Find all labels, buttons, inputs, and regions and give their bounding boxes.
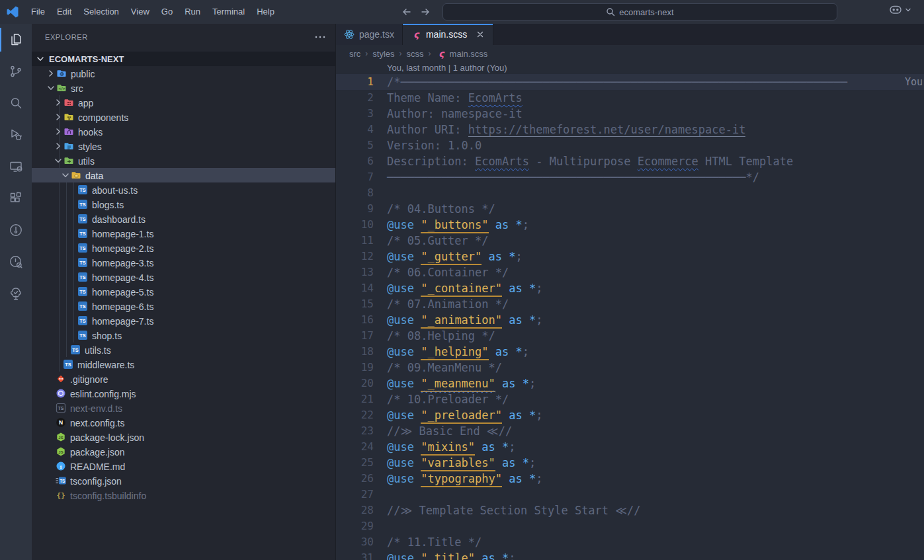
code-line-4[interactable]: 4Author URI: https://themeforest.net/use… <box>336 122 924 138</box>
codelens-annotation[interactable]: You, last month | 1 author (You) <box>336 62 924 74</box>
code-line-5[interactable]: 5Version: 1.0.0 <box>336 138 924 153</box>
tree-folder-utils[interactable]: utils <box>32 153 335 168</box>
more-actions-icon[interactable] <box>314 34 326 40</box>
code-line-19[interactable]: 19/* 09.MeanMenu */ <box>336 360 924 376</box>
tree-file-homepage-7.ts[interactable]: TShomepage-7.ts <box>32 313 335 328</box>
menu-view[interactable]: View <box>125 0 155 24</box>
activity-source-control[interactable] <box>0 56 32 87</box>
code-line-2[interactable]: 2Theme Name: EcomArts <box>336 90 924 106</box>
tree-file-homepage-2.ts[interactable]: TShomepage-2.ts <box>32 241 335 255</box>
tree-file-about-us.ts[interactable]: TSabout-us.ts <box>32 182 335 197</box>
code-line-22[interactable]: 22@use "_preloader" as *; <box>336 407 924 423</box>
tree-file-homepage-5.ts[interactable]: TShomepage-5.ts <box>32 284 335 299</box>
tree-file-tsconfig.tsbuildinfo[interactable]: {}tsconfig.tsbuildinfo <box>32 488 335 502</box>
tree-file-next.config.ts[interactable]: Nnext.config.ts <box>32 415 335 430</box>
code-line-24[interactable]: 24@use "mixins" as *; <box>336 439 924 455</box>
tree-file-homepage-3.ts[interactable]: TShomepage-3.ts <box>32 255 335 270</box>
code-line-8[interactable]: 8 <box>336 185 924 201</box>
breadcrumb-item-file[interactable]: ςmain.scss <box>436 48 488 59</box>
code-line-31[interactable]: 31@use "_title" as *; <box>336 550 924 560</box>
code-line-20[interactable]: 20@use "_meanmenu" as *; <box>336 376 924 391</box>
line-content: Author URI: https://themeforest.net/user… <box>387 122 745 138</box>
tree-file-next-env.d.ts[interactable]: TSnext-env.d.ts <box>32 401 335 415</box>
code-line-16[interactable]: 16@use "_animation" as *; <box>336 312 924 328</box>
code-line-7[interactable]: 7───────────────────────────────────────… <box>336 169 924 185</box>
tree-folder-app[interactable]: app <box>32 95 335 110</box>
code-line-27[interactable]: 27 <box>336 487 924 502</box>
code-line-3[interactable]: 3Author: namespace-it <box>336 106 924 122</box>
menu-terminal[interactable]: Terminal <box>206 0 251 24</box>
activity-extensions[interactable] <box>0 182 32 214</box>
activity-search[interactable] <box>0 87 32 119</box>
activity-explorer[interactable] <box>0 24 32 56</box>
code-line-13[interactable]: 13/* 06.Container */ <box>336 264 924 280</box>
activity-gitlens-inspect[interactable] <box>0 246 32 278</box>
menu-selection[interactable]: Selection <box>77 0 124 24</box>
code-line-17[interactable]: 17/* 08.Helping */ <box>336 328 924 344</box>
tree-file-homepage-1.ts[interactable]: TShomepage-1.ts <box>32 226 335 241</box>
tree-file-package-lock.json[interactable]: JSpackage-lock.json <box>32 430 335 444</box>
code-line-26[interactable]: 26@use "typography" as *; <box>336 471 924 487</box>
activity-remote-explorer[interactable] <box>0 151 32 182</box>
code-line-14[interactable]: 14@use "_container" as *; <box>336 280 924 296</box>
tree-folder-src[interactable]: </>src <box>32 81 335 95</box>
code-line-30[interactable]: 30/* 11.Title */ <box>336 534 924 550</box>
code-line-11[interactable]: 11/* 05.Gutter */ <box>336 233 924 249</box>
tree-file-homepage-4.ts[interactable]: TShomepage-4.ts <box>32 270 335 284</box>
tree-item-label: utils <box>78 155 95 167</box>
tree-folder-public[interactable]: public <box>32 66 335 81</box>
tree-file-shop.ts[interactable]: TSshop.ts <box>32 328 335 342</box>
breadcrumb-item-scss[interactable]: scss <box>407 49 424 59</box>
line-number: 3 <box>336 106 374 122</box>
tree-folder-components[interactable]: components <box>32 110 335 124</box>
command-center-search[interactable]: ecomarts-next <box>442 3 837 20</box>
tree-file-eslint.config.mjs[interactable]: eslint.config.mjs <box>32 386 335 401</box>
tree-folder-hooks[interactable]: hooks <box>32 124 335 139</box>
menu-go[interactable]: Go <box>155 0 179 24</box>
code-line-28[interactable]: 28//≫ Template Section Style Start ≪// <box>336 502 924 518</box>
tree-file-tsconfig.json[interactable]: TStsconfig.json <box>32 473 335 488</box>
search-icon <box>8 95 24 111</box>
code-line-6[interactable]: 6Description: EcomArts - Multipurpose Ec… <box>336 153 924 169</box>
code-line-29[interactable]: 29 <box>336 518 924 534</box>
menu-run[interactable]: Run <box>179 0 206 24</box>
copilot-button[interactable] <box>888 4 912 16</box>
code-line-25[interactable]: 25@use "variables" as *; <box>336 455 924 471</box>
git-icon <box>56 374 66 384</box>
tree-file-blogs.ts[interactable]: TSblogs.ts <box>32 197 335 212</box>
code-line-12[interactable]: 12@use "_gutter" as *; <box>336 249 924 264</box>
project-section-header[interactable]: ECOMARTS-NEXT <box>32 52 335 66</box>
tab-main-scss[interactable]: ςmain.scss <box>403 24 493 45</box>
code-editor[interactable]: You, last month | 1 author (You) 1/*────… <box>336 62 924 560</box>
code-line-18[interactable]: 18@use "_helping" as *; <box>336 344 924 360</box>
activity-run-debug[interactable] <box>0 119 32 151</box>
menu-help[interactable]: Help <box>251 0 280 24</box>
breadcrumb-item-src[interactable]: src <box>349 49 360 59</box>
code-line-10[interactable]: 10@use "_buttons" as *; <box>336 217 924 233</box>
tree-file-homepage-6.ts[interactable]: TShomepage-6.ts <box>32 299 335 313</box>
menu-edit[interactable]: Edit <box>51 0 77 24</box>
code-line-1[interactable]: 1/*─────────────────────────────────────… <box>336 74 924 90</box>
tree-file-utils.ts[interactable]: TSutils.ts <box>32 342 335 357</box>
tree-file-readme.md[interactable]: iREADME.md <box>32 459 335 473</box>
tree-file-dashboard.ts[interactable]: TSdashboard.ts <box>32 212 335 226</box>
close-icon[interactable] <box>476 30 485 39</box>
activity-gitlens[interactable] <box>0 214 32 246</box>
tree-file-middleware.ts[interactable]: TSmiddleware.ts <box>32 357 335 372</box>
tree-file-.gitignore[interactable]: .gitignore <box>32 372 335 386</box>
code-line-21[interactable]: 21/* 10.Preloader */ <box>336 391 924 407</box>
code-line-9[interactable]: 9/* 04.Buttons */ <box>336 201 924 217</box>
code-line-15[interactable]: 15/* 07.Animation */ <box>336 296 924 312</box>
tab-page-tsx[interactable]: page.tsx <box>336 24 403 45</box>
navigate-forward-icon[interactable] <box>418 5 433 19</box>
activity-todo-tree[interactable] <box>0 278 32 309</box>
sidebar-header: EXPLORER <box>32 28 335 46</box>
tree-folder-data[interactable]: data <box>32 168 335 182</box>
breadcrumb-item-styles[interactable]: styles <box>372 49 394 59</box>
code-line-23[interactable]: 23//≫ Basic End ≪// <box>336 423 924 439</box>
tree-folder-styles[interactable]: styles <box>32 139 335 153</box>
menu-file[interactable]: File <box>25 0 51 24</box>
file-tree: public</>srcappcomponentshooksstylesutil… <box>32 66 335 502</box>
tree-file-package.json[interactable]: JSpackage.json <box>32 444 335 459</box>
navigate-back-icon[interactable] <box>399 5 414 19</box>
